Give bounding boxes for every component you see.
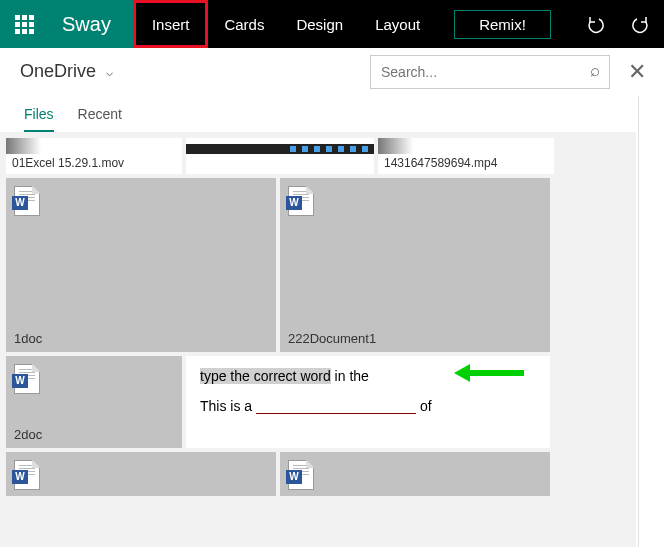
menu-layout[interactable]: Layout	[359, 0, 436, 48]
redo-icon	[631, 14, 651, 34]
file-label: 222Document1	[288, 331, 376, 346]
file-label	[186, 154, 374, 174]
file-tile-doc[interactable]: W 1doc	[6, 178, 276, 352]
video-thumbnail	[186, 138, 374, 154]
app-launcher-button[interactable]	[0, 0, 48, 48]
file-tile-video[interactable]	[186, 138, 374, 174]
annotation-arrow-icon	[468, 370, 524, 376]
tab-recent[interactable]: Recent	[78, 106, 122, 130]
right-rail	[638, 96, 664, 547]
main-menu: Insert Cards Design Layout	[133, 0, 436, 48]
file-tile-doc[interactable]: W	[6, 452, 276, 496]
undo-button[interactable]	[572, 0, 618, 48]
word-doc-icon: W	[14, 364, 40, 394]
source-bar: OneDrive ⌵ ⌕ ✕	[0, 48, 664, 96]
top-bar: Sway Insert Cards Design Layout Remix!	[0, 0, 664, 48]
video-thumbnail	[6, 138, 182, 154]
word-doc-icon: W	[14, 186, 40, 216]
remix-wrap: Remix!	[454, 0, 551, 48]
chevron-down-icon: ⌵	[106, 65, 113, 79]
file-tile-video[interactable]: 1431647589694.mp4	[378, 138, 554, 174]
file-label: 1doc	[14, 331, 42, 346]
app-brand[interactable]: Sway	[48, 0, 133, 48]
word-doc-icon: W	[14, 460, 40, 490]
redo-button[interactable]	[618, 0, 664, 48]
search-wrap: ⌕	[370, 55, 610, 89]
file-tile-image[interactable]: type the correct word in the This is a o…	[186, 356, 550, 448]
file-label: 2doc	[14, 427, 42, 442]
search-icon[interactable]: ⌕	[590, 61, 600, 81]
history-controls	[572, 0, 664, 48]
source-location-dropdown[interactable]: OneDrive ⌵	[0, 61, 113, 82]
video-thumbnail	[378, 138, 554, 154]
word-doc-icon: W	[288, 460, 314, 490]
source-location-label: OneDrive	[20, 61, 96, 82]
undo-icon	[585, 14, 605, 34]
close-panel-button[interactable]: ✕	[610, 59, 664, 85]
waffle-icon	[15, 15, 34, 34]
file-tile-video[interactable]: 01Excel 15.29.1.mov	[6, 138, 182, 174]
search-input[interactable]	[370, 55, 610, 89]
file-grid: ▴ 01Excel 15.29.1.mov 1431647589694.mp4 …	[0, 132, 636, 547]
image-preview-content: type the correct word in the This is a o…	[186, 356, 550, 426]
file-tile-doc[interactable]: W 2doc	[6, 356, 182, 448]
remix-button[interactable]: Remix!	[454, 10, 551, 39]
file-tile-doc[interactable]: W	[280, 452, 550, 496]
file-tile-doc[interactable]: W 222Document1	[280, 178, 550, 352]
menu-cards[interactable]: Cards	[208, 0, 280, 48]
tab-files[interactable]: Files	[24, 106, 54, 132]
word-doc-icon: W	[288, 186, 314, 216]
menu-insert[interactable]: Insert	[133, 0, 209, 48]
file-label: 01Excel 15.29.1.mov	[6, 154, 182, 174]
file-label: 1431647589694.mp4	[378, 154, 554, 174]
view-tabs: Files Recent	[0, 96, 664, 132]
close-icon: ✕	[628, 59, 646, 85]
menu-design[interactable]: Design	[280, 0, 359, 48]
